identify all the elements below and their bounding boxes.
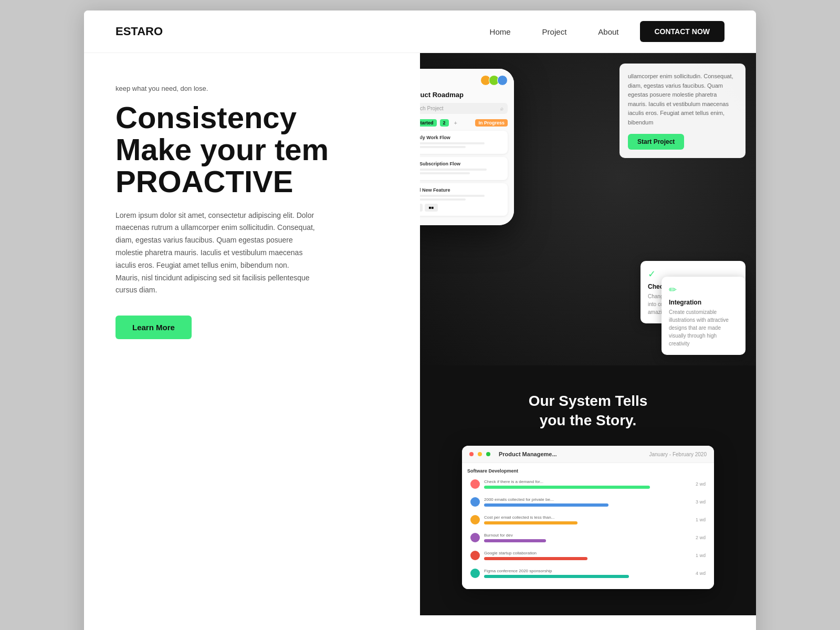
kanban-badge2: In Progress	[475, 119, 508, 127]
dm-row-3: Cost per email collected is less than...…	[467, 512, 709, 527]
hero-left: keep what you need, don lose. Consistenc…	[84, 53, 420, 365]
dashboard-title: Product Manageme...	[499, 451, 557, 457]
card-btn[interactable]: ■■	[425, 204, 438, 212]
phone-search-placeholder: Search Project	[420, 106, 444, 111]
window-close-dot	[469, 452, 474, 456]
kanban-card-1: Weekly Work Flow	[420, 131, 508, 154]
hero-title-line3: PROACTIVE	[116, 164, 293, 198]
hero-title-line1: Consistency	[116, 100, 297, 134]
dashboard-mockup: Product Manageme... January - February 2…	[462, 446, 714, 589]
contact-button[interactable]: CONTACT NOW	[640, 21, 725, 42]
navbar: ESTARO Home Project About CONTACT NOW	[84, 10, 756, 53]
hero-right: Product Roadmap Search Project ⌕ Not Sta…	[420, 53, 756, 365]
dm-row-1: Check if there is a demand for... 2 wd	[467, 477, 709, 491]
mid-right: Our System Tells you the Story. Product …	[420, 365, 756, 615]
info-overlay: ullamcorper enim sollicitudin. Consequat…	[620, 64, 746, 158]
nav-project[interactable]: Project	[542, 27, 567, 36]
logo: ESTARO	[116, 25, 490, 38]
kanban-count: 2	[440, 119, 449, 127]
search-icon: ⌕	[500, 106, 503, 111]
section-label: Software Development	[467, 468, 709, 474]
phone-app-title: Product Roadmap	[420, 91, 508, 99]
integration-overlay: ✏ Integration Create customizable illust…	[662, 277, 746, 355]
integration-card-desc: Create customizable illustrations with a…	[669, 308, 738, 348]
window-maximize-dot	[486, 452, 490, 456]
phone-search[interactable]: Search Project ⌕	[420, 103, 508, 114]
integration-icon: ✏	[669, 284, 738, 296]
window-minimize-dot	[478, 452, 482, 456]
kanban-card-2: Subscription Flow	[420, 157, 508, 180]
phone-mockup: Product Roadmap Search Project ⌕ Not Sta…	[420, 69, 514, 225]
avatar-group	[482, 75, 508, 86]
dm-row-4: Burnout for dev 2 wd	[467, 530, 709, 545]
nav-home[interactable]: Home	[490, 27, 511, 36]
nav-links: Home Project About	[490, 27, 619, 36]
tools-section: Tools erect walls Collaboration is a str…	[84, 615, 756, 630]
mid-section: Our System Tells you the Story. Product …	[84, 365, 756, 615]
card-btn[interactable]: ■■	[420, 204, 423, 212]
nav-about[interactable]: About	[598, 27, 618, 36]
overlay-text: ullamcorper enim sollicitudin. Consequat…	[628, 72, 737, 128]
hero-tagline: keep what you need, don lose.	[116, 85, 388, 92]
system-title: Our System Tells you the Story.	[529, 392, 648, 430]
hero-description: Lorem ipsum dolor sit amet, consectetur …	[116, 209, 315, 297]
start-project-btn[interactable]: Start Project	[628, 134, 684, 150]
learn-more-button[interactable]: Learn More	[116, 316, 192, 339]
dm-row-2: 2000 emails collected for private be... …	[467, 495, 709, 509]
kanban-card-3: Build New Feature ■■ ■■	[420, 183, 508, 216]
hero-title: Consistency Make your tem PROACTIVE	[116, 102, 388, 198]
dm-row-5: Google startup collaboration 1 wd	[467, 548, 709, 563]
mid-left	[84, 365, 420, 615]
dm-row-6: Figma conference 2020 sponsorship 4 wd	[467, 566, 709, 581]
hero-title-line2: Make your tem	[116, 132, 329, 166]
kanban-badge: Not Started	[420, 119, 437, 127]
hero-section: keep what you need, don lose. Consistenc…	[84, 53, 756, 365]
integration-card-title: Integration	[669, 299, 738, 306]
dashboard-date: January - February 2020	[649, 452, 707, 457]
